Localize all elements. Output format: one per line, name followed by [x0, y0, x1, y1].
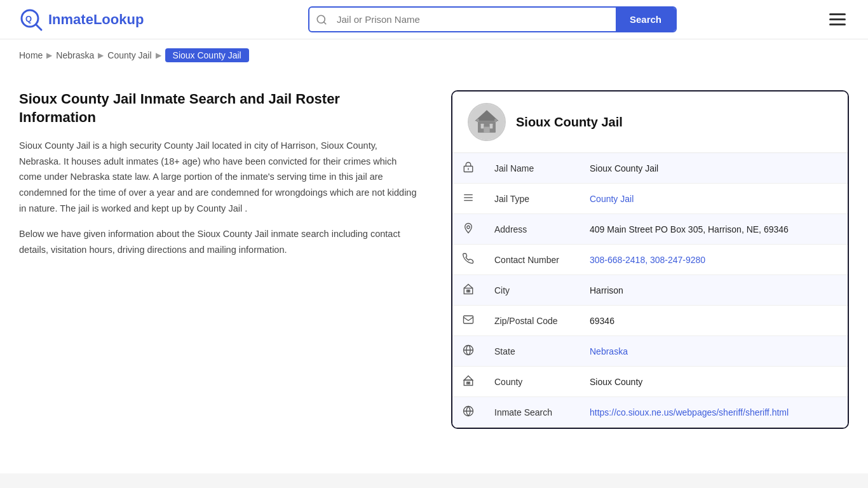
field-label: Jail Name: [484, 153, 580, 184]
field-value[interactable]: https://co.sioux.ne.us/webpages/sheriff/…: [580, 397, 848, 428]
table-row: Address409 Main Street PO Box 305, Harri…: [452, 214, 848, 245]
web-icon: [452, 397, 484, 428]
hamburger-menu[interactable]: [826, 10, 849, 29]
jail-icon: [452, 153, 484, 184]
search-input[interactable]: [334, 8, 616, 31]
table-row: Contact Number308-668-2418, 308-247-9280: [452, 245, 848, 275]
svg-line-1: [36, 25, 41, 30]
info-table: Jail NameSioux County JailJail TypeCount…: [452, 153, 848, 428]
zip-icon: [452, 306, 484, 336]
logo-link[interactable]: Q InmateLookup: [19, 8, 159, 32]
svg-rect-7: [481, 124, 484, 128]
field-label: County: [484, 367, 580, 397]
hamburger-line-1: [829, 13, 846, 15]
type-icon: [452, 184, 484, 214]
table-row: Jail TypeCounty Jail: [452, 184, 848, 214]
breadcrumb-sep-2: ▶: [98, 51, 104, 60]
search-icon: [309, 14, 334, 25]
field-value[interactable]: 308-668-2418, 308-247-9280: [580, 245, 848, 275]
field-label: Inmate Search: [484, 397, 580, 428]
breadcrumb-home[interactable]: Home: [19, 50, 43, 60]
svg-rect-22: [464, 316, 473, 323]
svg-rect-27: [467, 382, 468, 384]
svg-text:Q: Q: [25, 14, 32, 24]
main-content: Sioux County Jail Inmate Search and Jail…: [0, 71, 868, 448]
header: Q InmateLookup Search: [0, 0, 868, 39]
svg-point-18: [467, 226, 470, 229]
field-value: 409 Main Street PO Box 305, Harrison, NE…: [580, 214, 848, 245]
table-row: StateNebraska: [452, 336, 848, 367]
field-value: Sioux County: [580, 367, 848, 397]
search-box: Search: [308, 6, 677, 32]
breadcrumb-county-jail[interactable]: County Jail: [107, 50, 151, 60]
city-icon: [452, 275, 484, 306]
field-link[interactable]: County Jail: [590, 194, 634, 204]
card-header: Sioux County Jail: [452, 92, 848, 153]
table-row: Jail NameSioux County Jail: [452, 153, 848, 184]
field-value: Sioux County Jail: [580, 153, 848, 184]
page-desc-1: Sioux County Jail is a high security Cou…: [19, 138, 419, 216]
search-button[interactable]: Search: [616, 8, 675, 31]
svg-rect-12: [494, 119, 497, 122]
logo-icon: Q: [19, 8, 43, 32]
field-label: Zip/Postal Code: [484, 306, 580, 336]
address-icon: [452, 214, 484, 245]
card-title: Sioux County Jail: [516, 115, 623, 130]
breadcrumb-nebraska[interactable]: Nebraska: [56, 50, 94, 60]
left-panel: Sioux County Jail Inmate Search and Jail…: [19, 90, 432, 258]
field-link[interactable]: https://co.sioux.ne.us/webpages/sheriff/…: [590, 407, 789, 417]
page-heading: Sioux County Jail Inmate Search and Jail…: [19, 90, 419, 126]
info-card: Sioux County Jail Jail NameSioux County …: [451, 90, 849, 429]
svg-rect-26: [464, 380, 473, 385]
svg-rect-10: [484, 126, 489, 132]
breadcrumb-sep-1: ▶: [46, 51, 52, 60]
hamburger-line-3: [829, 24, 846, 25]
field-value: Harrison: [580, 275, 848, 306]
state-icon: [452, 336, 484, 367]
table-row: CountySioux County: [452, 367, 848, 397]
svg-line-4: [323, 22, 325, 24]
logo-text: InmateLookup: [48, 11, 144, 28]
hamburger-line-2: [829, 18, 846, 20]
breadcrumb-sep-3: ▶: [156, 51, 161, 60]
field-value[interactable]: County Jail: [580, 184, 848, 214]
field-label: Contact Number: [484, 245, 580, 275]
field-label: Jail Type: [484, 184, 580, 214]
svg-rect-21: [468, 290, 470, 292]
breadcrumb: Home ▶ Nebraska ▶ County Jail ▶ Sioux Co…: [0, 39, 868, 71]
field-label: State: [484, 336, 580, 367]
county-icon: [452, 367, 484, 397]
jail-avatar: [468, 103, 506, 141]
page-desc-2: Below we have given information about th…: [19, 226, 419, 257]
field-label: Address: [484, 214, 580, 245]
field-label: City: [484, 275, 580, 306]
svg-rect-28: [469, 382, 470, 384]
field-value: 69346: [580, 306, 848, 336]
field-link[interactable]: 308-668-2418, 308-247-9280: [590, 255, 705, 265]
search-area: Search: [172, 6, 813, 32]
phone-icon: [452, 245, 484, 275]
field-value[interactable]: Nebraska: [580, 336, 848, 367]
breadcrumb-current: Sioux County Jail: [165, 48, 249, 62]
table-row: Zip/Postal Code69346: [452, 306, 848, 336]
footer: [0, 473, 868, 488]
table-row: CityHarrison: [452, 275, 848, 306]
field-link[interactable]: Nebraska: [590, 346, 628, 356]
table-row: Inmate Searchhttps://co.sioux.ne.us/webp…: [452, 397, 848, 428]
svg-rect-11: [477, 119, 479, 122]
svg-rect-8: [490, 124, 493, 128]
